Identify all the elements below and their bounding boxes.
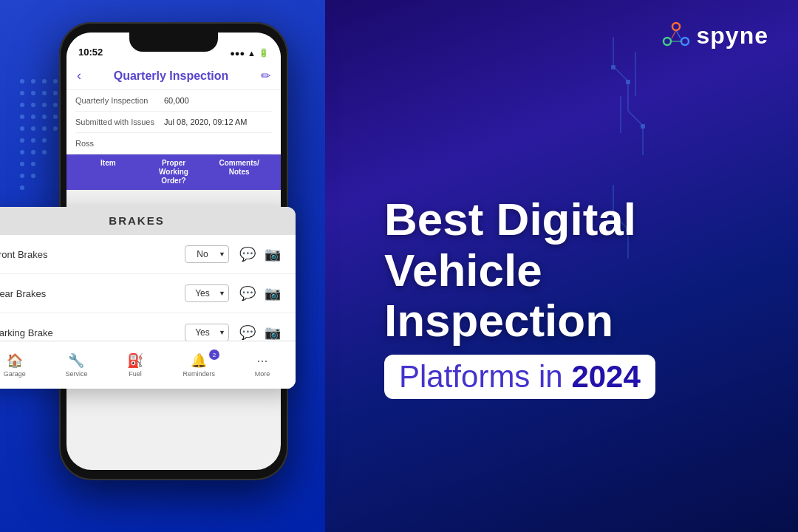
edit-button[interactable]: ✏ [261,69,270,83]
spyne-brand-name: spyne [697,22,768,50]
svg-line-34 [628,111,643,126]
garage-icon: 🏠 [7,352,23,369]
nav-more[interactable]: ··· More [255,353,270,378]
section-title: BRAKES [109,214,164,227]
reminders-icon: 🔔 [191,352,207,369]
info-row-inspection: Quarterly Inspection 60,000 [75,90,272,112]
headline-main: Best Digital Vehicle Inspection [384,194,768,346]
more-icon: ··· [256,353,267,369]
svg-point-6 [42,91,47,95]
svg-point-8 [20,103,24,107]
rear-brakes-dropdown[interactable]: Yes ▼ [185,284,229,302]
front-brakes-chat-icon[interactable]: 💬 [239,246,256,262]
rear-brakes-chat-icon[interactable]: 💬 [239,285,256,301]
headline-year: 2024 [571,359,640,394]
reminders-badge: 2 [209,349,219,360]
svg-point-19 [53,126,58,131]
app-title: Quarterly Inspection [81,69,261,83]
info-row-submitted: Submitted with Issues Jul 08, 2020, 09:1… [75,112,272,133]
info-section: Quarterly Inspection 60,000 Submitted wi… [66,90,281,154]
svg-line-50 [676,30,681,38]
dropdown-arrow: ▼ [219,250,225,258]
front-brakes-icons: 💬 📷 [239,246,281,262]
inspection-card: BRAKES Front Brakes No ▼ 💬 📷 Rear Brakes… [0,207,296,389]
svg-point-16 [20,126,24,131]
th-item: Item [75,159,141,185]
rear-brakes-camera-icon[interactable]: 📷 [265,285,281,301]
svg-point-27 [31,162,35,166]
bottom-navigation: 🏠 Garage 🔧 Service ⛽ Fuel 🔔 2 Reminders … [0,341,296,389]
headline-line2: Vehicle Inspection [384,245,768,346]
spyne-logo-icon [661,21,691,50]
wifi-icon: ▲ [248,49,256,58]
svg-rect-42 [626,80,630,84]
inspection-label: Quarterly Inspection [75,96,164,105]
svg-point-3 [53,79,58,83]
parking-brake-value: Yes [195,327,210,338]
nav-reminders[interactable]: 🔔 2 Reminders [183,352,216,378]
table-header: Item ProperWorkingOrder? Comments/Notes [66,154,281,190]
svg-point-17 [31,126,35,131]
nav-service[interactable]: 🔧 Service [65,352,87,378]
svg-point-1 [31,79,35,83]
nav-garage[interactable]: 🏠 Garage [4,352,26,378]
headline-sub-text: Platforms in 2024 [399,359,641,394]
inspection-value: 60,000 [164,96,189,105]
front-brakes-value: No [197,249,208,259]
svg-point-29 [31,174,35,178]
rear-brakes-item: Rear Brakes Yes ▼ 💬 📷 [0,274,296,313]
headline-section: Best Digital Vehicle Inspection Platform… [384,194,768,399]
svg-point-18 [42,126,47,131]
parking-brake-camera-icon[interactable]: 📷 [265,324,281,341]
rear-brakes-value: Yes [195,288,210,299]
svg-point-14 [42,115,47,119]
reminders-label: Reminders [183,370,216,378]
svg-point-10 [42,103,47,107]
rear-brakes-icons: 💬 📷 [239,285,281,301]
rear-brakes-label: Rear Brakes [0,288,185,299]
headline-sub-box: Platforms in 2024 [384,355,655,399]
more-label: More [255,370,270,378]
svg-rect-43 [641,124,645,129]
svg-point-30 [20,185,24,190]
service-icon: 🔧 [68,352,84,369]
battery-icon: 🔋 [259,48,269,58]
garage-label: Garage [4,370,26,378]
svg-point-20 [20,138,24,143]
app-header: ‹ Quarterly Inspection ✏ [66,62,281,90]
svg-point-24 [31,150,35,154]
svg-point-9 [31,103,35,107]
status-icons: ●●● ▲ 🔋 [230,48,269,58]
name-label: Ross [75,139,164,148]
service-label: Service [65,370,87,378]
svg-point-13 [31,115,35,119]
svg-point-2 [42,79,47,83]
svg-point-12 [20,115,24,119]
svg-point-11 [53,103,58,107]
svg-point-47 [664,38,671,45]
svg-point-4 [20,91,24,95]
svg-point-0 [20,79,24,83]
parking-brake-dropdown[interactable]: Yes ▼ [185,324,229,341]
th-working: ProperWorkingOrder? [141,159,207,185]
svg-point-5 [31,91,35,95]
submitted-value: Jul 08, 2020, 09:12 AM [164,117,248,126]
dropdown-arrow-2: ▼ [219,290,225,297]
svg-point-26 [20,162,24,166]
parking-brake-label: Parking Brake [0,327,185,338]
svg-point-22 [42,138,47,143]
svg-rect-41 [611,65,615,69]
fuel-icon: ⛽ [127,352,143,369]
headline-line1: Best Digital [384,194,768,245]
front-brakes-dropdown[interactable]: No ▼ [185,245,229,263]
front-brakes-label: Front Brakes [0,249,185,260]
front-brakes-camera-icon[interactable]: 📷 [265,246,281,262]
nav-fuel[interactable]: ⛽ Fuel [127,352,143,378]
svg-point-46 [672,23,680,30]
front-brakes-item: Front Brakes No ▼ 💬 📷 [0,235,296,274]
svg-point-23 [20,150,24,154]
status-time: 10:52 [78,47,103,58]
parking-brake-chat-icon[interactable]: 💬 [239,324,256,341]
section-header: BRAKES [0,207,296,235]
svg-point-28 [20,174,24,178]
